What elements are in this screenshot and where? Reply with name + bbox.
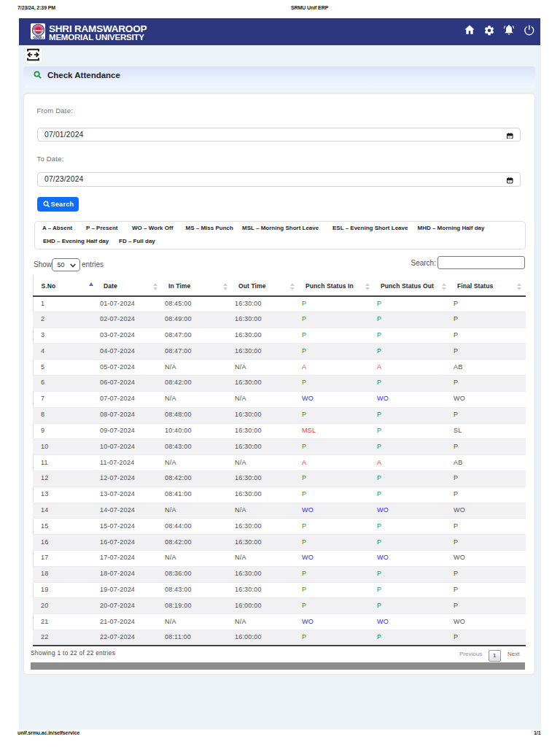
svg-text:SRMU: SRMU: [33, 36, 44, 40]
